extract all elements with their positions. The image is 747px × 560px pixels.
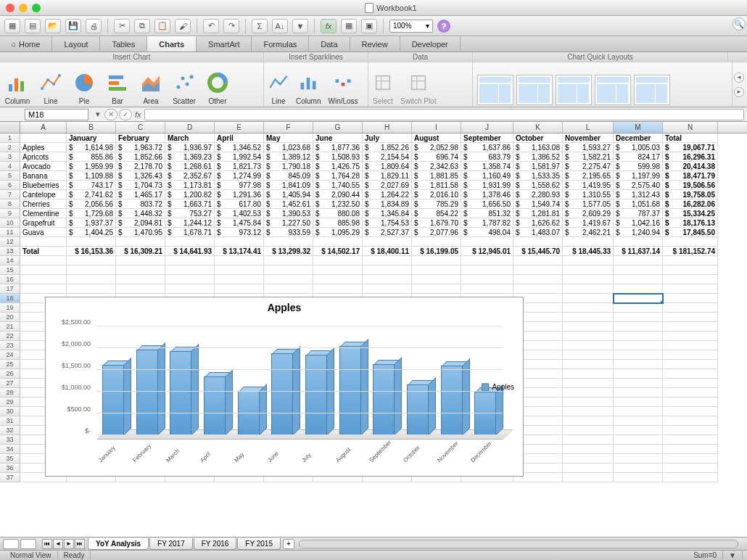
data-cell[interactable]: $2,154.54	[363, 152, 412, 162]
empty-cell[interactable]	[614, 473, 663, 482]
empty-cell[interactable]	[663, 445, 718, 454]
data-cell[interactable]: $1,312.43	[614, 190, 663, 199]
data-cell[interactable]: $1,264.22	[363, 190, 412, 199]
data-cell[interactable]: $2,741.62	[67, 190, 116, 199]
empty-cell[interactable]	[215, 275, 264, 284]
data-cell[interactable]: $1,465.17	[116, 190, 165, 199]
empty-cell[interactable]	[663, 454, 718, 464]
empty-cell[interactable]	[67, 237, 116, 247]
chart-bar[interactable]	[305, 355, 327, 435]
data-cell[interactable]: $1,626.62	[513, 218, 563, 228]
empty-cell[interactable]	[513, 265, 563, 275]
row-header-16[interactable]: 16	[0, 275, 20, 284]
data-cell[interactable]: $855.86	[67, 152, 116, 162]
data-cell[interactable]: $2,462.21	[563, 228, 614, 237]
column-header-I[interactable]: I	[412, 122, 461, 133]
row-total[interactable]: $16,296.31	[663, 152, 718, 162]
data-cell[interactable]: $973.12	[215, 228, 264, 237]
empty-cell[interactable]	[614, 350, 663, 360]
row-header-1[interactable]: 1	[0, 133, 20, 143]
ribbon-tab-layout[interactable]: Layout	[52, 36, 100, 52]
empty-cell[interactable]	[663, 435, 718, 445]
data-cell[interactable]: $787.37	[614, 209, 663, 218]
empty-cell[interactable]	[663, 407, 718, 416]
sheet-tab-fy-2016[interactable]: FY 2016	[194, 538, 237, 550]
empty-cell[interactable]	[67, 265, 116, 275]
empty-cell[interactable]	[313, 265, 363, 275]
data-cell[interactable]: $1,386.52	[513, 152, 563, 162]
ribbon-tab-tables[interactable]: Tables	[100, 36, 147, 52]
data-cell[interactable]: $1,821.73	[215, 162, 264, 171]
empty-cell[interactable]	[412, 237, 461, 247]
empty-cell[interactable]	[563, 256, 614, 265]
row-header-22[interactable]: 22	[0, 332, 20, 341]
empty-cell[interactable]	[614, 322, 663, 332]
row-total[interactable]: $20,414.38	[663, 162, 718, 171]
sparkline-line[interactable]: Line	[268, 70, 289, 105]
empty-cell[interactable]	[116, 256, 165, 265]
fx-icon[interactable]: fx	[135, 110, 141, 119]
row-label[interactable]: Clementine	[20, 209, 67, 218]
empty-cell[interactable]	[563, 379, 614, 388]
empty-cell[interactable]	[614, 426, 663, 435]
chart-layout-option[interactable]	[516, 75, 553, 105]
row-header-30[interactable]: 30	[0, 407, 20, 416]
data-cell[interactable]: $785.29	[412, 199, 461, 209]
empty-cell[interactable]	[563, 360, 614, 369]
ribbon-tab-developer[interactable]: Developer	[400, 36, 461, 52]
data-cell[interactable]: $1,937.37	[67, 218, 116, 228]
data-cell[interactable]: $1,369.23	[165, 152, 215, 162]
data-cell[interactable]: $1,577.05	[563, 199, 614, 209]
row-header-37[interactable]: 37	[0, 473, 20, 482]
row-header-31[interactable]: 31	[0, 416, 20, 426]
last-sheet-button[interactable]: ⏭	[75, 539, 85, 549]
data-cell[interactable]: $2,275.47	[563, 162, 614, 171]
data-cell[interactable]: $1,508.93	[313, 152, 363, 162]
data-cell[interactable]: $1,931.99	[461, 181, 513, 190]
empty-cell[interactable]	[563, 332, 614, 341]
data-cell[interactable]: $1,197.99	[614, 171, 663, 181]
data-cell[interactable]: $854.22	[412, 209, 461, 218]
data-cell[interactable]: $1,051.68	[614, 199, 663, 209]
empty-cell[interactable]	[563, 313, 614, 322]
empty-cell[interactable]	[412, 284, 461, 294]
data-cell[interactable]: $1,549.74	[513, 199, 563, 209]
empty-cell[interactable]	[67, 256, 116, 265]
ribbon-tab-data[interactable]: Data	[309, 36, 350, 52]
empty-cell[interactable]	[563, 388, 614, 398]
empty-cell[interactable]	[363, 284, 412, 294]
row-header-11[interactable]: 11	[0, 228, 20, 237]
header-cell[interactable]: August	[412, 133, 461, 143]
chart-type-scatter[interactable]: Scatter	[171, 70, 197, 105]
empty-cell[interactable]	[614, 454, 663, 464]
data-cell[interactable]: $1,378.46	[461, 190, 513, 199]
data-cell[interactable]: $1,163.08	[513, 143, 563, 152]
row-header-3[interactable]: 3	[0, 152, 20, 162]
empty-cell[interactable]	[663, 303, 718, 313]
empty-cell[interactable]	[513, 237, 563, 247]
empty-cell[interactable]	[663, 322, 718, 332]
reference-button[interactable]: ▣	[361, 19, 377, 33]
data-cell[interactable]: $1,389.12	[264, 152, 313, 162]
empty-cell[interactable]	[461, 265, 513, 275]
data-cell[interactable]: $1,841.09	[264, 181, 313, 190]
data-cell[interactable]: $1,740.55	[313, 181, 363, 190]
redo-button[interactable]: ↷	[223, 19, 239, 33]
copy-button[interactable]: ⧉	[134, 19, 150, 33]
data-cell[interactable]: $977.98	[215, 181, 264, 190]
empty-cell[interactable]	[663, 256, 718, 265]
row-header-21[interactable]: 21	[0, 322, 20, 332]
empty-cell[interactable]	[614, 445, 663, 454]
row-label[interactable]: Grapefruit	[20, 218, 67, 228]
header-cell[interactable]: November	[563, 133, 614, 143]
row-header-9[interactable]: 9	[0, 209, 20, 218]
data-cell[interactable]: $743.17	[67, 181, 116, 190]
data-cell[interactable]: $1,390.53	[264, 209, 313, 218]
data-cell[interactable]: $1,244.12	[165, 218, 215, 228]
column-total[interactable]: $ 16,199.05	[412, 247, 461, 256]
row-header-4[interactable]: 4	[0, 162, 20, 171]
empty-cell[interactable]	[165, 275, 215, 284]
empty-cell[interactable]	[116, 265, 165, 275]
empty-cell[interactable]	[614, 332, 663, 341]
data-cell[interactable]: $1,200.82	[165, 190, 215, 199]
